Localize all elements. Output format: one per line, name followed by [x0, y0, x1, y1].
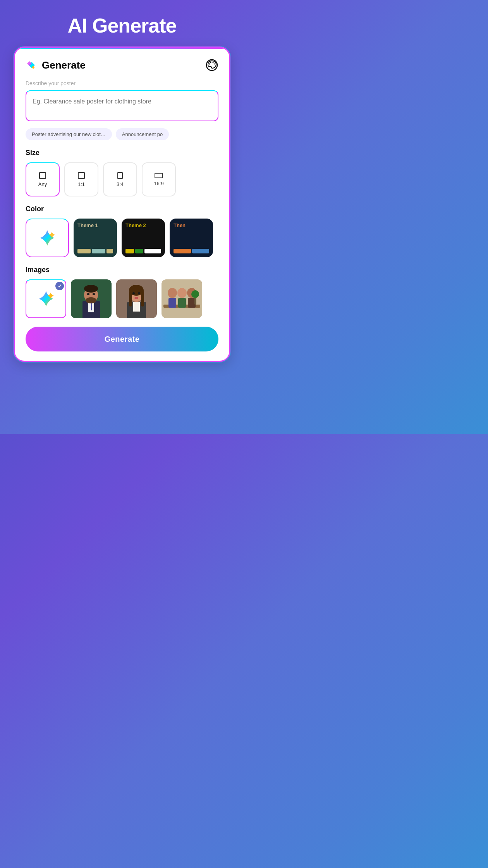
person1-image [71, 279, 112, 318]
color-option-theme3[interactable]: Then [170, 219, 213, 257]
swatch-tan [77, 249, 91, 253]
size-option-16x9[interactable]: 16:9 [142, 162, 176, 196]
swatch-orange [174, 249, 191, 253]
svg-rect-30 [178, 298, 186, 308]
image-option-person2[interactable] [116, 279, 157, 318]
svg-point-34 [191, 290, 199, 298]
svg-rect-28 [168, 298, 176, 308]
theme3-swatches [174, 249, 209, 253]
images-section: ✓ [26, 279, 218, 318]
ai-sparkle-img-icon [36, 289, 56, 309]
size-option-any[interactable]: Any [26, 162, 60, 196]
size-icon-any [39, 172, 46, 179]
size-label-3x4: 3:4 [117, 181, 124, 187]
svg-point-13 [87, 293, 89, 295]
suggestion-chips: Poster advertising our new clot… Announc… [26, 128, 218, 140]
palette-icon[interactable] [205, 59, 218, 72]
size-label-1x1: 1:1 [78, 181, 85, 187]
svg-point-5 [214, 64, 215, 65]
ai-sparkle-color-icon [37, 228, 57, 248]
chip-1[interactable]: Poster advertising our new clot… [26, 128, 112, 140]
main-card: Generate Describe your poster Poster adv… [14, 46, 230, 362]
card-title: Generate [42, 59, 86, 71]
swatch-blue [192, 249, 210, 253]
generate-button[interactable]: Generate [26, 327, 218, 351]
svg-point-0 [32, 66, 34, 69]
color-option-theme2[interactable]: Theme 2 [122, 219, 165, 257]
svg-point-3 [210, 62, 211, 63]
color-options: Theme 1 Theme 2 Then [26, 219, 218, 257]
svg-rect-20 [129, 291, 132, 307]
theme3-label: Then [174, 222, 186, 228]
card-header: Generate [26, 59, 218, 72]
svg-point-23 [138, 292, 140, 294]
svg-point-4 [213, 62, 214, 63]
svg-rect-21 [141, 291, 144, 307]
svg-point-22 [132, 292, 135, 294]
sparkle-icon [26, 59, 38, 71]
describe-label: Describe your poster [26, 80, 218, 86]
svg-rect-17 [133, 302, 140, 312]
ai-check-badge: ✓ [55, 282, 64, 290]
theme2-swatches [125, 249, 161, 253]
size-section-title: Size [26, 149, 218, 157]
size-icon-3x4 [117, 172, 123, 179]
size-option-1x1[interactable]: 1:1 [64, 162, 98, 196]
size-options: Any 1:1 3:4 16:9 [26, 162, 218, 196]
swatch-yellow [125, 249, 134, 253]
svg-point-24 [134, 297, 138, 299]
size-icon-1x1 [78, 172, 85, 179]
page-title: AI Generate [68, 14, 177, 37]
theme1-swatches [77, 249, 113, 253]
size-icon-16x9 [155, 173, 163, 178]
color-option-ai[interactable] [26, 219, 69, 257]
chip-2[interactable]: Announcement po [116, 128, 169, 140]
theme1-label: Theme 1 [77, 222, 98, 228]
describe-section: Describe your poster [26, 80, 218, 123]
svg-point-27 [168, 288, 177, 298]
theme2-label: Theme 2 [125, 222, 146, 228]
poster-description-input[interactable] [26, 90, 218, 121]
image-option-team[interactable] [162, 279, 202, 318]
svg-point-29 [177, 288, 187, 298]
size-label-any: Any [38, 181, 47, 187]
color-section-title: Color [26, 205, 218, 213]
svg-point-14 [93, 293, 95, 295]
svg-point-11 [86, 297, 96, 303]
color-option-theme1[interactable]: Theme 1 [74, 219, 117, 257]
images-section-title: Images [26, 266, 218, 274]
image-option-ai[interactable]: ✓ [26, 279, 66, 318]
person2-image [116, 279, 157, 318]
svg-point-2 [209, 64, 210, 65]
card-title-group: Generate [26, 59, 86, 71]
team-image [162, 279, 202, 318]
swatch-teal [92, 249, 105, 253]
svg-point-12 [84, 285, 98, 293]
swatch-white [144, 249, 161, 253]
swatch-green [135, 249, 144, 253]
size-label-16x9: 16:9 [154, 181, 163, 186]
swatch-tan2 [107, 249, 113, 253]
image-option-person1[interactable] [71, 279, 112, 318]
size-option-3x4[interactable]: 3:4 [103, 162, 137, 196]
